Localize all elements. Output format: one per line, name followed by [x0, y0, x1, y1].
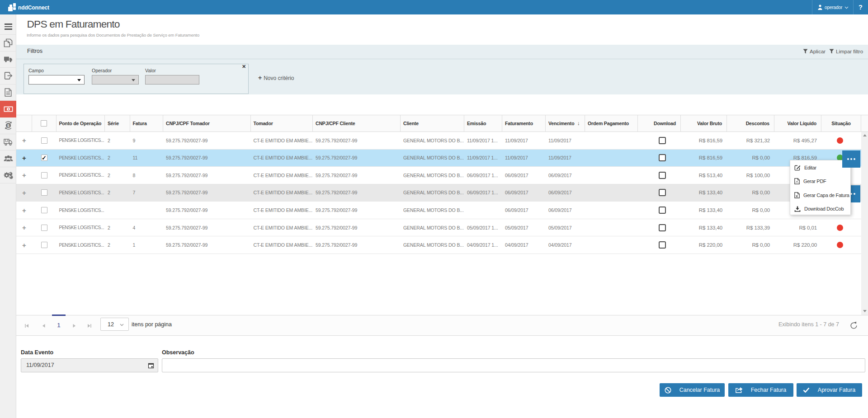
svg-text:1: 1: [7, 107, 9, 111]
svg-text:$: $: [7, 123, 9, 128]
